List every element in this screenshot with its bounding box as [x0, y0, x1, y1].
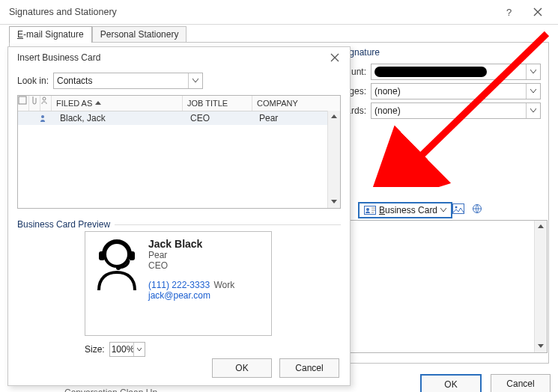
- globe-link-icon: [472, 203, 484, 214]
- chevron-down-icon: [526, 64, 540, 79]
- cell-company: Pear: [255, 113, 282, 123]
- help-button[interactable]: ?: [495, 0, 524, 24]
- preview-avatar: [93, 238, 141, 329]
- chevron-down-icon: [133, 343, 145, 356]
- cell-filed-as: Black, Jack: [49, 113, 186, 123]
- chevron-down-icon: [526, 103, 540, 118]
- preview-phone-tag: Work: [213, 280, 234, 290]
- business-card-preview: Jack Black Pear CEO (111) 222-3333 Work …: [85, 231, 272, 336]
- contact-icon: [39, 114, 46, 123]
- business-card-label: usiness Card: [385, 205, 437, 215]
- business-card-button[interactable]: Business Card: [358, 202, 452, 218]
- truncated-text-below: Conversation Clean Up: [64, 388, 157, 392]
- svg-point-4: [455, 206, 458, 209]
- vertical-scrollbar[interactable]: [534, 221, 547, 352]
- svg-point-2: [366, 208, 369, 211]
- header-icon-col-3[interactable]: [40, 96, 52, 111]
- main-dialog-buttons: OK Cancel: [420, 374, 551, 392]
- preview-section-label: Business Card Preview: [17, 219, 341, 230]
- insert-picture-button[interactable]: [452, 203, 464, 214]
- new-messages-value: (none): [374, 86, 401, 97]
- account-row: unt:: [338, 64, 541, 85]
- listbox-scrollbar[interactable]: [327, 111, 340, 208]
- replies-forwards-select[interactable]: (none): [371, 102, 541, 119]
- ibc-title-bar: Insert Business Card: [8, 47, 350, 68]
- svg-rect-11: [129, 251, 135, 260]
- contact-row[interactable]: Black, Jack CEO Pear: [18, 111, 340, 125]
- ibc-ok-button[interactable]: OK: [212, 358, 272, 378]
- header-icon-col-2[interactable]: [29, 96, 40, 111]
- sort-asc-icon: [95, 101, 101, 105]
- svg-point-9: [105, 242, 129, 266]
- ibc-close-button[interactable]: [324, 47, 345, 68]
- header-icon-col-1[interactable]: [18, 96, 29, 111]
- main-title-bar: Signatures and Stationery ?: [0, 0, 558, 25]
- preview-company: Pear: [148, 250, 234, 260]
- tab-personal-stationery[interactable]: Personal Stationery: [92, 26, 187, 43]
- preview-phone: (111) 222-3333: [148, 280, 210, 290]
- svg-text:?: ?: [506, 7, 512, 17]
- column-filed-as[interactable]: FILED AS: [52, 96, 183, 111]
- look-in-label: Look in:: [17, 76, 49, 86]
- svg-point-8: [41, 115, 44, 118]
- main-cancel-button[interactable]: Cancel: [491, 374, 551, 392]
- scroll-up-icon[interactable]: [535, 221, 547, 233]
- preview-info: Jack Black Pear CEO (111) 222-3333 Work …: [148, 238, 234, 329]
- chevron-down-icon: [188, 73, 202, 88]
- column-company[interactable]: COMPANY: [252, 96, 340, 111]
- main-title: Signatures and Stationery: [9, 7, 495, 17]
- signature-editor[interactable]: [338, 220, 548, 353]
- size-label: Size:: [85, 344, 105, 355]
- close-icon: [533, 7, 542, 16]
- help-icon: ?: [505, 7, 514, 17]
- size-spinner[interactable]: 100%: [109, 342, 145, 357]
- headset-person-icon: [93, 238, 141, 292]
- insert-business-card-dialog: Insert Business Card Look in: Contacts F…: [7, 46, 351, 386]
- look-in-row: Look in: Contacts: [17, 73, 341, 89]
- new-messages-select[interactable]: (none): [371, 83, 541, 99]
- scroll-down-icon[interactable]: [535, 340, 547, 352]
- scroll-up-icon[interactable]: [328, 111, 340, 123]
- close-icon: [330, 53, 339, 62]
- business-card-icon: [364, 206, 376, 215]
- column-job-title[interactable]: JOB TITLE: [183, 96, 252, 111]
- size-row: Size: 100%: [85, 342, 341, 357]
- svg-point-7: [43, 97, 46, 100]
- redacted-account-value: [374, 67, 487, 77]
- chevron-down-icon: [440, 208, 446, 212]
- scroll-track[interactable]: [535, 233, 547, 340]
- replies-forwards-row: wards: (none): [338, 102, 541, 123]
- contacts-listbox[interactable]: FILED AS JOB TITLE COMPANY Black, Jack C…: [17, 95, 341, 209]
- ibc-cancel-button[interactable]: Cancel: [279, 358, 339, 378]
- chevron-down-icon: [526, 84, 540, 99]
- preview-title: CEO: [148, 260, 234, 271]
- toolbar-right-icons: [452, 203, 484, 214]
- tab-strip: E-mail Signature Personal Stationery: [9, 25, 554, 42]
- look-in-select[interactable]: Contacts: [53, 73, 203, 89]
- main-ok-button[interactable]: OK: [420, 374, 482, 392]
- preview-phone-line: (111) 222-3333 Work: [148, 280, 234, 290]
- picture-icon: [452, 203, 464, 214]
- cell-job-title: CEO: [186, 113, 255, 123]
- replies-forwards-value: (none): [374, 105, 401, 116]
- account-select[interactable]: [371, 64, 541, 80]
- svg-rect-10: [99, 251, 105, 260]
- tab-email-signature[interactable]: E-mail Signature: [9, 26, 92, 43]
- row-contact-icon: [39, 114, 49, 123]
- size-value: 100%: [112, 344, 135, 355]
- svg-point-12: [116, 266, 121, 270]
- preview-name: Jack Black: [148, 238, 234, 250]
- ibc-dialog-buttons: OK Cancel: [212, 358, 339, 378]
- contacts-header: FILED AS JOB TITLE COMPANY: [18, 96, 340, 111]
- look-in-value: Contacts: [57, 76, 92, 86]
- attachment-icon: [29, 96, 37, 105]
- ibc-body: Look in: Contacts FILED AS JOB TITLE COM…: [8, 68, 350, 364]
- preview-email: jack@pear.com: [148, 290, 234, 301]
- svg-rect-6: [19, 97, 26, 104]
- ibc-title: Insert Business Card: [17, 52, 324, 63]
- insert-hyperlink-button[interactable]: [472, 203, 484, 214]
- scroll-down-icon[interactable]: [328, 196, 340, 208]
- new-messages-row: ges: (none): [338, 83, 541, 104]
- close-button[interactable]: [524, 0, 552, 24]
